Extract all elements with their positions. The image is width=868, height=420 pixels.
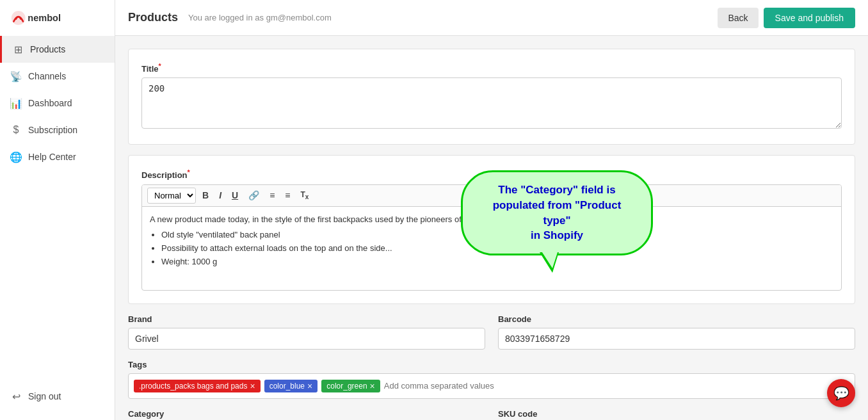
grid-icon: ⊞ <box>12 44 24 55</box>
title-label: Title* <box>141 62 842 74</box>
tag-text-2: color_blue <box>269 382 305 391</box>
header-left: Products You are logged in as gm@nembol.… <box>128 11 332 24</box>
category-field: Category <box>128 409 485 420</box>
title-input[interactable]: 200 <box>141 77 842 129</box>
svg-point-0 <box>12 11 26 25</box>
tag-text-1: .products_packs bags and pads <box>139 382 247 391</box>
barcode-label: Barcode <box>498 314 855 324</box>
tags-label: Tags <box>128 360 855 369</box>
svg-text:nembol: nembol <box>28 13 61 23</box>
sidebar: nembol ⊞ Products 📡 Channels 📊 Dashboard… <box>0 0 115 420</box>
category-sku-row: Category SKU code <box>128 409 855 420</box>
barcode-field: Barcode <box>498 314 855 350</box>
logo-svg: nembol <box>10 8 74 28</box>
main-content: Products You are logged in as gm@nembol.… <box>115 0 868 420</box>
sku-label: SKU code <box>498 409 855 419</box>
save-publish-button[interactable]: Save and publish <box>764 8 855 28</box>
tag-remove-3[interactable]: × <box>370 382 375 391</box>
sidebar-item-subscription[interactable]: $ Subscription <box>0 117 115 143</box>
category-label: Category <box>128 409 485 419</box>
header: Products You are logged in as gm@nembol.… <box>115 0 868 36</box>
sidebar-label-signout: Sign out <box>28 391 61 401</box>
sidebar-item-channels[interactable]: 📡 Channels <box>0 63 115 90</box>
clear-format-button[interactable]: Tx <box>296 188 312 202</box>
tags-input[interactable] <box>384 381 849 391</box>
broadcast-icon: 📡 <box>10 70 22 82</box>
exit-icon: ↩ <box>10 391 22 402</box>
brand-barcode-row: Brand Barcode <box>128 314 855 350</box>
brand-field: Brand <box>128 314 485 350</box>
chart-icon: 📊 <box>10 97 22 109</box>
tags-container[interactable]: .products_packs bags and pads × color_bl… <box>128 373 855 399</box>
brand-input[interactable] <box>128 328 485 350</box>
dollar-icon: $ <box>10 124 22 136</box>
sidebar-item-products[interactable]: ⊞ Products <box>0 36 115 63</box>
sidebar-label-products: Products <box>30 44 65 54</box>
description-bullet-3: Weight: 1000 g <box>161 255 833 269</box>
chat-button[interactable]: 💬 <box>827 379 855 407</box>
logo: nembol <box>0 0 115 36</box>
page-title: Products <box>128 11 178 24</box>
tooltip-bubble: The "Category" field ispopulated from "P… <box>461 170 653 255</box>
tooltip-text: The "Category" field ispopulated from "P… <box>493 184 622 241</box>
sidebar-label-dashboard: Dashboard <box>28 98 72 108</box>
chat-icon: 💬 <box>833 385 849 401</box>
sku-field: SKU code <box>498 409 855 420</box>
logged-in-text: You are logged in as gm@nembol.com <box>188 13 332 22</box>
tags-section: Tags .products_packs bags and pads × col… <box>128 360 855 399</box>
tag-text-3: color_green <box>326 382 367 391</box>
unordered-list-button[interactable]: ≡ <box>281 188 294 202</box>
header-actions: Back Save and publish <box>718 8 855 28</box>
tag-products-packs: .products_packs bags and pads × <box>134 380 261 392</box>
title-section: Title* 200 <box>128 49 855 145</box>
tag-remove-1[interactable]: × <box>250 382 255 391</box>
sidebar-item-dashboard[interactable]: 📊 Dashboard <box>0 90 115 117</box>
sidebar-label-subscription: Subscription <box>28 125 77 135</box>
tag-color-green: color_green × <box>321 380 380 392</box>
underline-button[interactable]: U <box>228 188 242 202</box>
bold-button[interactable]: B <box>198 188 213 202</box>
back-button[interactable]: Back <box>718 8 758 28</box>
link-button[interactable]: 🔗 <box>245 188 263 202</box>
globe-icon: 🌐 <box>10 151 22 163</box>
ordered-list-button[interactable]: ≡ <box>266 188 278 202</box>
tag-remove-2[interactable]: × <box>307 382 312 391</box>
sidebar-label-help: Help Center <box>28 152 76 162</box>
tag-color-blue: color_blue × <box>264 380 318 392</box>
sidebar-item-help[interactable]: 🌐 Help Center <box>0 143 115 170</box>
content-area: Title* 200 Description* Normal B I U 🔗 ≡ <box>115 36 868 420</box>
sidebar-item-signout[interactable]: ↩ Sign out <box>0 383 115 410</box>
format-select[interactable]: Normal <box>147 188 196 204</box>
barcode-input[interactable] <box>498 328 855 350</box>
brand-label: Brand <box>128 314 485 324</box>
sidebar-label-channels: Channels <box>28 71 66 81</box>
italic-button[interactable]: I <box>215 188 225 202</box>
